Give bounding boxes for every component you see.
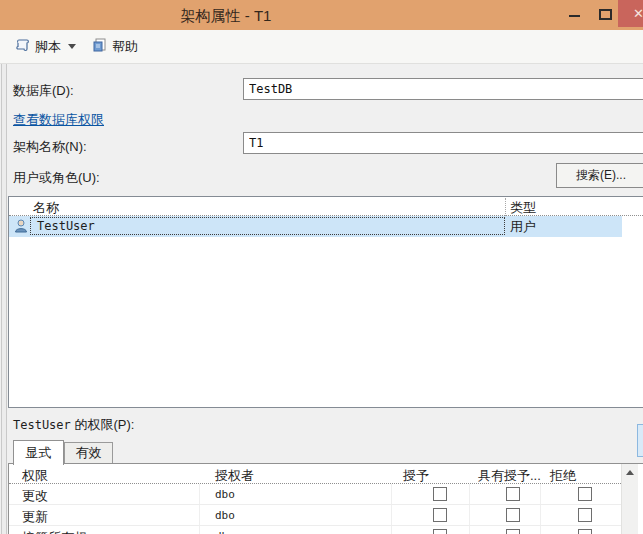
database-label: 数据库(D):	[13, 82, 74, 100]
grantor-name: dbo	[215, 509, 235, 522]
permission-name: 更改	[22, 487, 48, 505]
permissions-grid[interactable]: 权限 授权者 授予 具有授予... 拒绝 更改 dbo 更新 dbo 接管所有权…	[8, 463, 643, 534]
help-button[interactable]: 帮助	[88, 34, 142, 59]
table-row[interactable]: 接管所有权 dbo	[9, 526, 621, 534]
users-col-name: 名称	[33, 199, 59, 217]
users-roles-list[interactable]: 名称 类型 TestUser 用户	[8, 196, 643, 408]
permission-name: 接管所有权	[22, 529, 87, 534]
close-button[interactable]: ✕	[618, 0, 643, 27]
checkbox-deny[interactable]	[578, 508, 592, 522]
col-deny: 拒绝	[550, 467, 576, 485]
user-icon	[13, 218, 29, 234]
checkbox-with-grant[interactable]	[506, 529, 520, 534]
table-row[interactable]: 更新 dbo	[9, 505, 621, 526]
user-name: TestUser	[37, 219, 95, 233]
tab-explicit[interactable]: 显式	[13, 440, 64, 465]
col-grant: 授予	[403, 467, 429, 485]
maximize-icon	[599, 9, 612, 20]
minimize-icon	[569, 15, 580, 17]
selection-focus-rect	[30, 217, 505, 235]
arrow-up-icon	[626, 470, 634, 475]
users-list-header: 名称 类型	[9, 197, 643, 216]
checkbox-grant[interactable]	[433, 529, 447, 534]
permissions-label-text: 的权限(P):	[74, 417, 134, 432]
pane-splitter[interactable]	[1, 64, 7, 534]
permissions-label: TestUser 的权限(P):	[13, 416, 134, 434]
script-icon	[15, 37, 31, 56]
tab-effective[interactable]: 有效	[64, 442, 113, 463]
help-icon	[92, 37, 108, 56]
col-grantor: 授权者	[215, 467, 254, 485]
permissions-grid-header: 权限 授权者 授予 具有授予... 拒绝	[9, 464, 621, 484]
script-dropdown-arrow-icon[interactable]	[68, 44, 76, 49]
help-button-label: 帮助	[112, 38, 138, 56]
scrollbar-up-button[interactable]	[622, 464, 639, 481]
col-with-grant: 具有授予...	[478, 467, 541, 485]
close-icon: ✕	[633, 6, 643, 21]
database-field[interactable]	[243, 78, 643, 100]
users-roles-label: 用户或角色(U):	[13, 169, 100, 187]
grantor-name: dbo	[215, 488, 235, 501]
table-row[interactable]: TestUser 用户	[9, 216, 622, 237]
permissions-owner: TestUser	[13, 418, 71, 432]
checkbox-grant[interactable]	[433, 487, 447, 501]
checkbox-with-grant[interactable]	[506, 508, 520, 522]
script-button-label: 脚本	[35, 38, 61, 56]
grid-scrollbar[interactable]	[621, 464, 638, 534]
window-title: 架构属性 - T1	[0, 7, 452, 26]
checkbox-grant[interactable]	[433, 508, 447, 522]
table-row[interactable]: 更改 dbo	[9, 484, 621, 505]
user-type: 用户	[510, 218, 536, 236]
toolbar: 脚本 帮助	[0, 30, 643, 64]
col-permission: 权限	[22, 467, 48, 485]
schema-name-label: 架构名称(N):	[13, 138, 87, 156]
minimize-button[interactable]	[562, 0, 588, 28]
checkbox-deny[interactable]	[578, 487, 592, 501]
checkbox-deny[interactable]	[578, 529, 592, 534]
users-col-type: 类型	[510, 199, 536, 217]
checkbox-with-grant[interactable]	[506, 487, 520, 501]
title-bar: 架构属性 - T1 ✕	[0, 0, 643, 30]
clipped-edge-element	[637, 424, 643, 457]
schema-name-field[interactable]	[243, 132, 643, 154]
grantor-name: dbo	[215, 530, 235, 534]
view-db-permissions-link[interactable]: 查看数据库权限	[13, 111, 104, 129]
maximize-button[interactable]	[592, 0, 618, 28]
search-button[interactable]: 搜索(E)...	[556, 163, 643, 188]
permission-name: 更新	[22, 508, 48, 526]
script-button[interactable]: 脚本	[11, 34, 80, 59]
